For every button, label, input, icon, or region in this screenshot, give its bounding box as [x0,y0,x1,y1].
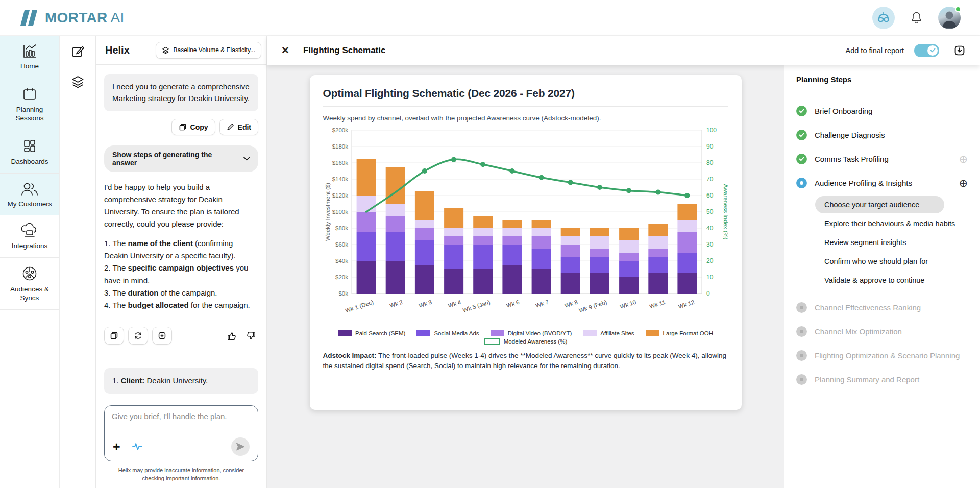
sidebar-item-label: Integrations [2,242,57,251]
copy-button[interactable]: Copy [172,119,215,135]
bell-icon [910,11,923,25]
flighting-chart-svg: $0k$20k$40k$60k$80k$100k$120k$140k$160k$… [323,124,728,326]
pending-circle-icon [796,302,807,313]
legend-item: Digital Video (BVOD/YT) [491,330,572,336]
sidebar-item-my-customers[interactable]: My Customers [0,174,59,216]
download-chart-button[interactable] [953,44,966,57]
legend-item: Paid Search (SEM) [338,330,405,336]
substep-validate-approve[interactable]: Validate & approve to continue [815,272,968,289]
regenerate-button[interactable] [128,327,148,345]
sidebar-item-dashboards[interactable]: Dashboards [0,130,59,174]
assistant-intro: I'd be happy to help you build a compreh… [104,181,258,231]
step-channel-effectiveness-ranking[interactable]: Channel Effectiveness Ranking [796,302,968,313]
chat-messages: I need you to generate a comprehensive M… [96,65,266,400]
layers-icon [162,46,169,54]
brand-text: MORTARAI [45,10,125,26]
user-avatar[interactable] [938,7,961,29]
new-chat-button[interactable] [71,45,85,61]
svg-text:Awareness Index (%): Awareness Index (%) [723,184,728,239]
check-circle-icon [796,106,807,116]
voice-input-button[interactable] [132,442,143,451]
flighting-chart: $0k$20k$40k$60k$80k$100k$120k$140k$160k$… [323,124,728,328]
step-channel-mix-optimization[interactable]: Channel Mix Optimization [796,326,968,337]
step-flighting-optimization[interactable]: Flighting Optimization & Scenario Planni… [796,350,968,361]
sidebar-item-audiences-syncs[interactable]: Audiences & Syncs [0,258,59,310]
svg-text:0: 0 [706,290,710,297]
svg-text:Wk 4: Wk 4 [447,299,462,309]
substep-review-segment-insights[interactable]: Review segment insights [815,234,968,251]
sidebar-item-planning-sessions[interactable]: Planning Sessions [0,78,59,130]
svg-text:60: 60 [706,192,714,199]
legend-item: Affiliate Sites [583,330,634,336]
layers-panel-button[interactable] [71,75,85,91]
thumbs-down-button[interactable] [246,331,256,341]
pending-circle-icon [796,350,807,361]
user-reply-message: 1. Client: Deakin University. [104,368,258,393]
chart-canvas-area: Optimal Flighting Schematic (Dec 2026 - … [267,65,784,488]
cloud-integration-icon [21,223,38,238]
viewer-area: ✕ Flighting Schematic Add to final repor… [267,36,980,488]
svg-text:Wk 12: Wk 12 [677,299,695,309]
left-sidebar: Home Planning Sessions Dashboards [0,36,60,488]
svg-text:50: 50 [706,208,714,215]
assistant-list-item: 3. The duration of the campaign. [104,287,258,299]
pending-circle-icon [796,374,807,385]
svg-text:Wk 10: Wk 10 [619,299,637,309]
check-icon [930,48,936,53]
close-icon[interactable]: ✕ [281,44,289,56]
edit-button[interactable]: Edit [219,119,258,135]
sidebar-item-home[interactable]: Home [0,36,59,78]
svg-text:Wk 9 (Feb): Wk 9 (Feb) [578,299,607,313]
attach-plus-button[interactable]: + [113,441,120,453]
step-brief-onboarding[interactable]: Brief Onboarding [796,106,968,116]
mortar-logo[interactable]: MORTARAI [18,8,125,28]
copy-icon [179,123,187,131]
check-circle-icon [796,154,807,164]
circle-plus-icon[interactable]: ⊕ [959,178,968,188]
assistant-list-item: 1. The name of the client (confirming De… [104,237,258,262]
add-to-report-toggle[interactable] [914,44,939,57]
step-planning-summary-report[interactable]: Planning Summary and Report [796,374,968,385]
notifications-bell-button[interactable] [910,11,923,25]
substep-explore-behaviours[interactable]: Explore their behaviours & media habits [815,215,968,232]
context-badge[interactable]: Baseline Volume & Elasticity... [156,42,261,59]
legend-item: Social Media Ads [416,330,479,336]
svg-text:100: 100 [706,127,717,134]
compose-edit-icon [71,45,85,59]
show-steps-toggle[interactable]: Show steps of generating the answer [104,145,258,172]
copy-response-button[interactable] [104,327,124,345]
circle-plus-icon[interactable]: ⊕ [959,154,968,164]
step-comms-task-profiling[interactable]: Comms Task Profiling ⊕ [796,154,968,164]
refresh-icon [134,331,142,340]
substep-confirm-plan-for[interactable]: Confirm who we should plan for [815,253,968,270]
user-message: I need you to generate a comprehensive M… [104,74,258,111]
save-response-button[interactable] [152,327,172,345]
sidebar-item-label: Audiences & Syncs [2,285,57,303]
substep-choose-target-audience[interactable]: Choose your target audience [815,196,944,213]
step-audience-profiling[interactable]: Audience Profiling & Insights ⊕ [796,178,968,188]
chat-input-box[interactable]: + [104,405,258,461]
svg-text:40: 40 [706,225,714,232]
calendar-icon [21,86,38,102]
chat-input[interactable] [112,412,251,434]
copy-icon [110,331,118,340]
chart-footnote: Adstock Impact: The front-loaded pulse (… [323,351,728,372]
assistant-list-item: 2. The specific campaign objectives you … [104,262,258,287]
thumbs-down-icon [246,331,256,341]
thumbs-up-button[interactable] [227,331,237,341]
svg-text:70: 70 [706,176,714,183]
check-circle-icon [796,130,807,140]
chart-home-icon [21,43,38,59]
chart-card-subtitle: Weekly spend by channel, overlaid with t… [323,114,728,122]
svg-text:$60k: $60k [335,241,348,248]
viewer-header: ✕ Flighting Schematic Add to final repor… [267,36,980,65]
save-download-icon [158,331,166,340]
send-button[interactable] [231,437,250,456]
step-challenge-diagnosis[interactable]: Challenge Diagnosis [796,130,968,140]
sidebar-item-integrations[interactable]: Integrations [0,215,59,258]
svg-text:Wk 11: Wk 11 [649,299,666,309]
assistant-bot-button[interactable] [872,7,895,29]
chat-header: Helix Baseline Volume & Elasticity... [96,36,266,65]
helix-chat-panel: Helix Baseline Volume & Elasticity... I … [95,36,267,488]
svg-text:$80k: $80k [335,225,348,231]
